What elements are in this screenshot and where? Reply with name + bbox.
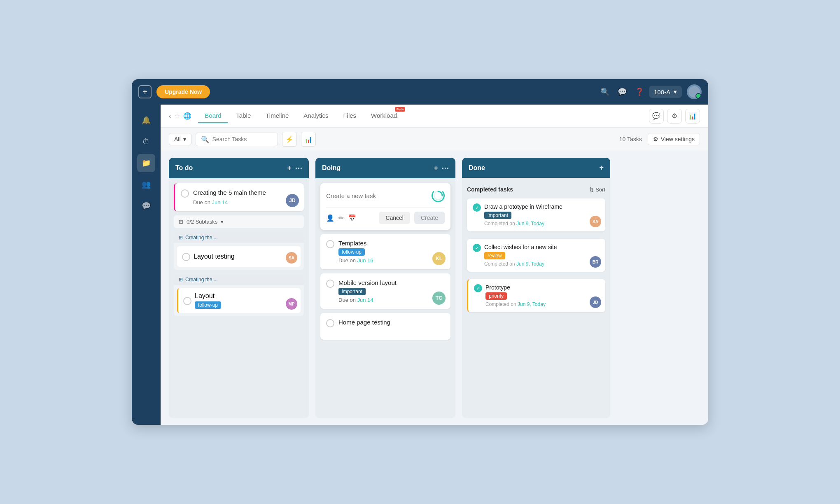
cancel-button[interactable]: Cancel <box>379 212 410 224</box>
star-icon[interactable]: ☆ <box>174 112 180 120</box>
task-card-header: Mobile version layout important Due on J… <box>326 279 445 303</box>
tab-table[interactable]: Table <box>229 109 257 123</box>
workspace-selector[interactable]: 100-A ▾ <box>649 86 682 98</box>
sidebar: 🔔 ⏱ 📁 👥 💬 <box>132 105 161 425</box>
done-add-icon[interactable]: + <box>599 163 604 172</box>
task-checkbox[interactable] <box>326 280 334 288</box>
calendar-icon[interactable]: 📅 <box>348 214 356 222</box>
filter-icon-btn[interactable]: ⚡ <box>282 132 297 147</box>
search-box: 🔍 <box>196 133 278 146</box>
sidebar-icon-folder[interactable]: 📁 <box>137 154 155 172</box>
due-date: Jun 16 <box>357 257 373 264</box>
done-task-row: ✓ Collect wishes for a new site review C… <box>473 244 600 267</box>
task-checkbox[interactable] <box>326 319 334 327</box>
subtask-group-body-2: Layout follow-up MP <box>174 285 304 316</box>
todo-more-icon[interactable]: ⋯ <box>295 163 302 173</box>
search-icon[interactable]: 🔍 <box>600 87 609 96</box>
task-count: 10 Tasks <box>619 136 642 142</box>
subtask-card-title-2: Layout <box>195 292 221 300</box>
sidebar-icon-team[interactable]: 👥 <box>137 175 155 194</box>
subtask-checkbox[interactable] <box>182 253 190 261</box>
settings-icon: ⚙ <box>653 136 658 142</box>
tag-important: important <box>338 288 366 295</box>
avatar: KL <box>432 252 446 265</box>
task-title: Templates <box>338 240 373 247</box>
doing-column-body: 👤 ✏ 📅 Cancel Create <box>315 178 455 418</box>
help-icon[interactable]: ❓ <box>635 87 644 96</box>
task-card-header: Home page testing <box>326 319 445 327</box>
avatar: JD <box>590 296 601 308</box>
task-card-templates: Templates follow-up Due on Jun 16 KL <box>320 234 450 269</box>
done-section-header: Completed tasks ⇅ Sort <box>467 183 605 194</box>
task-due: Due on Jun 14 <box>193 199 298 205</box>
task-title: Mobile version layout <box>338 279 397 286</box>
back-button[interactable]: ‹ <box>169 112 171 120</box>
create-task-input[interactable] <box>326 192 427 199</box>
due-date: Jun 14 <box>357 297 373 303</box>
avatar: SA <box>590 216 601 227</box>
task-due: Due on Jun 14 <box>338 297 397 303</box>
upgrade-button[interactable]: Upgrade Now <box>156 85 210 98</box>
done-task-prototype: ✓ Prototype priority Completed on Jun 9,… <box>467 279 605 312</box>
subtask-group-header-2: ⊞ Creating the ... <box>174 274 304 285</box>
comment-action-btn[interactable]: 💬 <box>649 109 664 124</box>
done-task-completed: Completed on Jun 9, Today <box>485 301 546 307</box>
assign-icon[interactable]: 👤 <box>326 214 334 222</box>
subtask-card-2: Layout follow-up MP <box>177 288 301 313</box>
subtask-toggle[interactable]: ⊞ 0/2 Subtasks ▾ <box>174 215 304 228</box>
todo-column-header: To do + ⋯ <box>169 158 309 178</box>
subtask-checkbox-2[interactable] <box>183 297 191 305</box>
tab-analytics[interactable]: Analytics <box>297 109 335 123</box>
done-task-row: ✓ Prototype priority Completed on Jun 9,… <box>474 284 600 307</box>
add-button[interactable]: + <box>138 85 152 98</box>
doing-more-icon[interactable]: ⋯ <box>441 163 449 173</box>
subtask-icon: ⊞ <box>179 219 183 225</box>
due-date: Jun 14 <box>212 199 228 205</box>
todo-add-icon[interactable]: + <box>287 164 292 173</box>
create-button[interactable]: Create <box>414 212 445 224</box>
sidebar-icon-bell[interactable]: 🔔 <box>137 111 155 129</box>
subtask-card-content: Layout follow-up <box>195 292 221 309</box>
task-checkbox[interactable] <box>181 189 189 198</box>
subtask-card-title: Layout testing <box>194 253 235 260</box>
view-settings-button[interactable]: ⚙ View settings <box>648 133 700 145</box>
subtask-parent-icon: ⊞ <box>179 235 183 240</box>
settings-action-btn[interactable]: ⚙ <box>667 109 682 124</box>
tab-workload[interactable]: Workload Beta <box>364 109 404 123</box>
workspace-name: 100-A <box>654 89 670 96</box>
done-check-icon: ✓ <box>473 244 481 252</box>
done-check-icon: ✓ <box>473 203 481 212</box>
done-task-row: ✓ Draw a prototype in Wireframe importan… <box>473 203 600 226</box>
done-task-completed: Completed on Jun 9, Today <box>484 221 562 226</box>
filter-all-label: All <box>174 136 181 142</box>
activity-action-btn[interactable]: 📊 <box>685 109 700 124</box>
globe-icon[interactable]: 🌐 <box>183 112 191 120</box>
chart-icon-btn[interactable]: 📊 <box>301 132 316 147</box>
search-input[interactable] <box>212 136 273 142</box>
task-card-mobile: Mobile version layout important Due on J… <box>320 273 450 309</box>
subtask-parent-label-2: Creating the ... <box>185 277 218 282</box>
doing-add-icon[interactable]: + <box>434 164 438 173</box>
sort-button[interactable]: ⇅ Sort <box>589 187 605 193</box>
done-column: Done + Completed tasks ⇅ Sort <box>462 158 610 418</box>
chat-icon[interactable]: 💬 <box>618 87 627 96</box>
tab-files[interactable]: Files <box>336 109 363 123</box>
done-task-wishes: ✓ Collect wishes for a new site review C… <box>467 239 605 272</box>
board-area: To do + ⋯ Creating the 5 main theme <box>161 151 708 425</box>
done-title: Done <box>469 164 485 172</box>
task-card: Creating the 5 main theme Due on Jun 14 … <box>174 183 304 211</box>
avatar: MP <box>286 298 297 310</box>
tab-board[interactable]: Board <box>198 109 228 123</box>
done-task-title: Collect wishes for a new site <box>484 244 557 250</box>
avatar: BR <box>590 256 601 268</box>
edit-icon[interactable]: ✏ <box>338 214 344 222</box>
sidebar-icon-chat[interactable]: 💬 <box>137 197 155 215</box>
task-checkbox[interactable] <box>326 240 334 248</box>
create-task-card: 👤 ✏ 📅 Cancel Create <box>320 183 450 230</box>
todo-column: To do + ⋯ Creating the 5 main theme <box>169 158 309 418</box>
filter-dropdown[interactable]: All ▾ <box>169 133 191 145</box>
tab-timeline[interactable]: Timeline <box>259 109 295 123</box>
user-avatar[interactable] <box>687 84 702 99</box>
done-task-completed: Completed on Jun 9, Today <box>484 261 557 267</box>
sidebar-icon-timer[interactable]: ⏱ <box>137 133 155 151</box>
